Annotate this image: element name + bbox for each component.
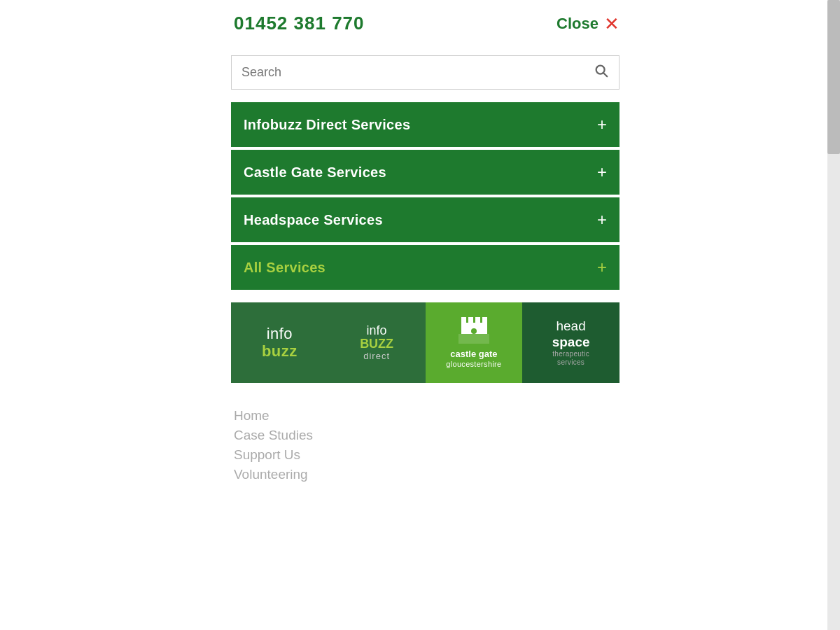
menu-items: Infobuzz Direct Services + Castle Gate S…	[231, 102, 620, 290]
svg-rect-4	[475, 317, 480, 323]
nav-link-volunteering[interactable]: Volunteering	[234, 467, 620, 482]
bottom-nav: Home Case Studies Support Us Volunteerin…	[231, 400, 620, 482]
nav-link-support-us[interactable]: Support Us	[234, 447, 620, 463]
nav-link-home[interactable]: Home	[234, 408, 620, 424]
headspace-logo: head space therapeutic services	[552, 318, 590, 368]
close-label: Close	[556, 15, 598, 33]
menu-item-plus-all-services: +	[597, 258, 607, 277]
close-button[interactable]: Close ✕	[556, 15, 620, 33]
scrollbar-track[interactable]	[827, 0, 840, 630]
menu-item-plus-infobuzz-direct: +	[597, 115, 607, 134]
search-icon[interactable]	[594, 63, 609, 82]
menu-item-plus-headspace: +	[597, 210, 607, 230]
menu-item-all-services[interactable]: All Services +	[231, 245, 620, 290]
headspace-therapeutic-text: therapeutic	[552, 350, 590, 358]
castlegate-logo: castle gate gloucestershire	[446, 317, 501, 368]
main-panel: 01452 381 770 Close ✕ Infobuzz Direct Se…	[231, 0, 620, 630]
svg-rect-2	[461, 317, 466, 323]
menu-item-label-all-services: All Services	[244, 260, 326, 276]
menu-item-label-infobuzz-direct: Infobuzz Direct Services	[244, 117, 410, 133]
svg-rect-7	[471, 328, 477, 334]
search-bar[interactable]	[231, 55, 620, 90]
phone-number: 01452 381 770	[234, 13, 365, 34]
infobuzz-logo: info buzz	[262, 326, 298, 359]
infobuzz-direct-direct-text: direct	[360, 351, 393, 361]
logo-tile-infobuzz[interactable]: info buzz	[231, 302, 328, 383]
svg-rect-5	[482, 317, 487, 323]
headspace-space-text: space	[552, 335, 590, 351]
menu-item-castle-gate[interactable]: Castle Gate Services +	[231, 150, 620, 195]
logo-tile-infobuzz-direct[interactable]: info BUZZ direct	[328, 302, 426, 383]
svg-line-1	[603, 73, 607, 76]
infobuzz-direct-logo: info BUZZ direct	[360, 324, 393, 362]
infobuzz-info-text: info	[262, 326, 298, 342]
infobuzz-direct-info-text: info	[360, 324, 393, 338]
castle-icon	[446, 317, 501, 346]
headspace-services-text: services	[552, 358, 590, 367]
page-container: 01452 381 770 Close ✕ Infobuzz Direct Se…	[0, 0, 840, 630]
menu-item-label-headspace: Headspace Services	[244, 212, 383, 228]
menu-item-plus-castle-gate: +	[597, 162, 607, 182]
nav-link-case-studies[interactable]: Case Studies	[234, 428, 620, 443]
panel-header: 01452 381 770 Close ✕	[231, 0, 620, 47]
logo-tiles: info buzz info BUZZ direct	[231, 302, 620, 383]
svg-rect-3	[468, 317, 473, 323]
search-input[interactable]	[241, 65, 594, 80]
castlegate-sub-text: gloucestershire	[446, 360, 501, 368]
infobuzz-buzz-text: buzz	[262, 343, 298, 360]
menu-item-headspace[interactable]: Headspace Services +	[231, 197, 620, 242]
headspace-head-text: head	[552, 318, 590, 335]
castlegate-name-text: castle gate	[446, 349, 501, 359]
menu-item-infobuzz-direct[interactable]: Infobuzz Direct Services +	[231, 102, 620, 147]
logo-tile-headspace[interactable]: head space therapeutic services	[522, 302, 620, 383]
logo-tile-castlegate[interactable]: castle gate gloucestershire	[426, 302, 523, 383]
svg-rect-8	[458, 334, 489, 344]
close-icon: ✕	[604, 15, 620, 33]
scrollbar-thumb[interactable]	[827, 0, 840, 154]
menu-item-label-castle-gate: Castle Gate Services	[244, 164, 386, 181]
infobuzz-direct-buzz-text: BUZZ	[360, 337, 393, 351]
